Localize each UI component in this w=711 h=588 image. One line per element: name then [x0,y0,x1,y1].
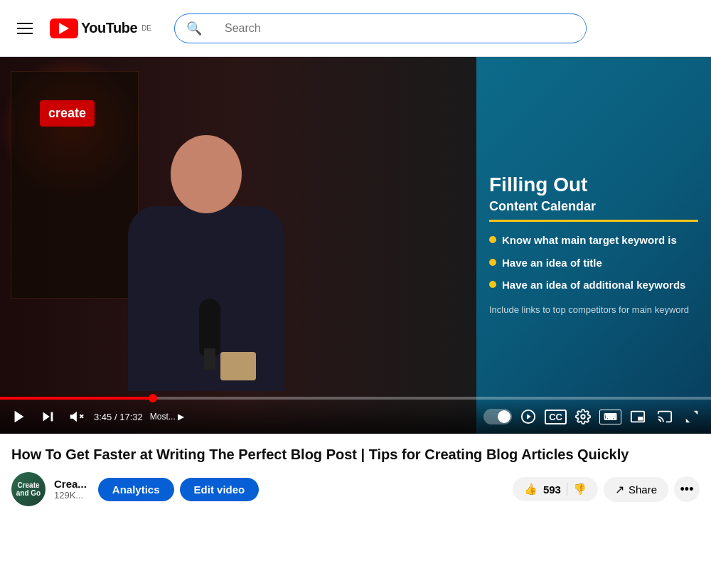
thumbs-up-icon: 👍 [524,483,538,496]
fullscreen-icon [684,409,700,424]
analytics-button[interactable]: Analytics [98,478,174,501]
bullet-3: Have an idea of additional keywords [489,278,698,292]
cc-button[interactable]: CC [545,410,567,424]
current-time: 3:45 [94,412,112,422]
svg-marker-3 [70,412,77,422]
more-dots-icon: ••• [680,482,694,497]
coffee-mug [220,352,256,380]
video-info: How To Get Faster at Writing The Perfect… [0,434,711,515]
partial-text: Include links to top competitors for mai… [489,304,698,316]
like-button[interactable]: 👍 593 👎 [513,477,598,501]
card-underline [489,220,698,222]
video-title: How To Get Faster at Writing The Perfect… [11,445,700,464]
next-icon [40,409,55,424]
bullet-dot-1 [489,236,496,243]
quality-badge[interactable]: Most... ▶ [150,412,184,422]
svg-rect-2 [51,412,53,422]
quality-chevron: ▶ [178,412,184,422]
youtube-logo[interactable]: YouTube DE [50,18,151,38]
header: YouTube DE 🔍 [0,0,711,57]
menu-button[interactable] [11,17,38,40]
controls-right: CC ⌨ [483,406,702,427]
next-button[interactable] [37,406,58,427]
youtube-icon [50,18,78,38]
mute-icon [68,409,84,424]
video-player[interactable]: create Filling Out Content Calendar Know… [0,57,711,434]
channel-name: Crea... [54,478,87,490]
miniplayer-button[interactable] [627,406,648,427]
card-subtitle: Content Calendar [489,199,698,214]
total-time: 17:32 [119,412,143,422]
play-next-icon-btn[interactable] [518,406,539,427]
bullet-2: Have an idea of title [489,256,698,270]
person-head [171,135,242,213]
like-count: 593 [543,483,561,496]
action-buttons: Analytics Edit video [98,478,259,501]
microphone [199,299,220,356]
bullet-dot-3 [489,281,496,288]
logo-text: YouTube [81,20,137,36]
video-thumbnail: create Filling Out Content Calendar Know… [0,57,711,434]
share-button[interactable]: ↗ Share [604,477,668,502]
svg-marker-0 [15,411,24,423]
bullet-dot-2 [489,259,496,266]
meta-right: 👍 593 👎 ↗ Share ••• [513,476,700,502]
bullet-1: Know what main target keyword is [489,233,698,247]
channel-subs: 129K... [54,490,87,501]
svg-marker-1 [43,412,50,422]
miniplayer-icon [630,409,646,424]
svg-rect-10 [638,417,643,421]
mic-stand [204,348,215,370]
video-meta: Create and Go Crea... 129K... Analytics … [11,472,700,506]
mute-button[interactable] [65,406,87,427]
video-controls: 3:45 / 17:32 Most... ▶ CC ⌨ [0,400,711,434]
quality-label: Most... [150,412,176,422]
create-sign: create [40,100,95,127]
bullet-text-1: Know what main target keyword is [502,233,677,247]
search-bar: 🔍 [174,14,587,43]
logo-country: DE [141,24,151,32]
play-circle-icon [520,409,536,424]
avatar-text: Create and Go [16,481,41,497]
bullet-text-3: Have an idea of additional keywords [502,278,685,292]
play-icon [11,409,27,424]
settings-icon [575,409,591,424]
share-icon: ↗ [615,483,624,496]
settings-button[interactable] [572,406,594,427]
toggle-knob [498,410,510,423]
time-display: 3:45 / 17:32 [94,412,143,422]
more-options-button[interactable]: ••• [674,476,700,502]
svg-point-8 [581,415,585,419]
video-left-scene: create [0,57,476,434]
search-input[interactable] [213,16,586,41]
card-title: Filling Out [489,174,698,196]
bullet-text-2: Have an idea of title [502,256,602,270]
cast-icon [657,409,673,424]
keyboard-button[interactable]: ⌨ [599,410,621,424]
channel-avatar: Create and Go [11,472,46,506]
share-label: Share [629,483,657,496]
autoplay-toggle[interactable] [483,409,512,424]
play-button[interactable] [9,406,30,427]
channel-info: Crea... 129K... [54,478,87,501]
thumbs-down-icon: 👎 [573,483,587,496]
like-divider [567,483,567,496]
fullscreen-button[interactable] [681,406,702,427]
edit-video-button[interactable]: Edit video [180,478,260,501]
cast-button[interactable] [654,406,675,427]
content-card: Filling Out Content Calendar Know what m… [476,57,711,434]
search-icon: 🔍 [175,21,213,36]
svg-marker-7 [527,414,531,419]
